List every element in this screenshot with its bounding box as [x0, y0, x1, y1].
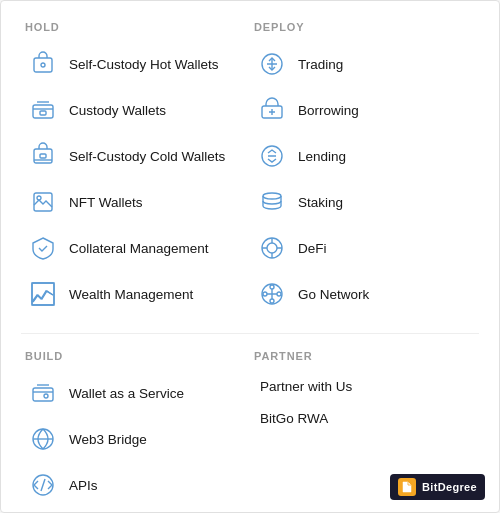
menu-item-staking[interactable]: Staking — [250, 179, 479, 225]
bitdegree-badge[interactable]: BitDegree — [390, 474, 485, 500]
menu-item-wallet-as-service[interactable]: Wallet as a Service — [21, 370, 250, 416]
deploy-label: DEPLOY — [250, 21, 479, 33]
svg-rect-20 — [33, 388, 53, 401]
bitgo-rwa-item[interactable]: BitGo RWA — [254, 402, 479, 434]
svg-rect-5 — [40, 154, 46, 158]
svg-point-14 — [267, 243, 277, 253]
nft-wallets-icon — [27, 186, 59, 218]
svg-rect-3 — [40, 111, 46, 115]
top-columns: HOLD Self-Custody Hot Wallets — [21, 21, 479, 317]
collateral-label: Collateral Management — [69, 241, 209, 256]
partner-items: Partner with Us BitGo RWA — [250, 370, 479, 434]
build-column: BUILD Wallet as a Service — [21, 350, 250, 508]
wealth-management-label: Wealth Management — [69, 287, 193, 302]
borrowing-icon — [256, 94, 288, 126]
custody-wallets-icon — [27, 94, 59, 126]
self-custody-cold-icon — [27, 140, 59, 172]
wallet-as-service-icon — [27, 377, 59, 409]
svg-point-19 — [270, 299, 274, 303]
lending-icon — [256, 140, 288, 172]
svg-point-12 — [263, 193, 281, 199]
svg-point-18 — [270, 285, 274, 289]
staking-icon — [256, 186, 288, 218]
apis-label: APIs — [69, 478, 98, 493]
svg-point-16 — [263, 292, 267, 296]
bitdegree-badge-icon — [398, 478, 416, 496]
svg-point-7 — [37, 196, 41, 200]
defi-icon — [256, 232, 288, 264]
svg-rect-4 — [34, 149, 52, 163]
wealth-management-icon — [27, 278, 59, 310]
staking-label: Staking — [298, 195, 343, 210]
lending-label: Lending — [298, 149, 346, 164]
menu-item-trading[interactable]: Trading — [250, 41, 479, 87]
self-custody-hot-icon — [27, 48, 59, 80]
menu-item-custody-wallets[interactable]: Custody Wallets — [21, 87, 250, 133]
self-custody-hot-label: Self-Custody Hot Wallets — [69, 57, 219, 72]
custody-wallets-label: Custody Wallets — [69, 103, 166, 118]
menu-item-self-custody-cold[interactable]: Self-Custody Cold Wallets — [21, 133, 250, 179]
nft-wallets-label: NFT Wallets — [69, 195, 143, 210]
svg-point-17 — [277, 292, 281, 296]
trading-icon — [256, 48, 288, 80]
menu-item-nft-wallets[interactable]: NFT Wallets — [21, 179, 250, 225]
go-network-icon — [256, 278, 288, 310]
self-custody-cold-label: Self-Custody Cold Wallets — [69, 149, 225, 164]
partner-with-us-item[interactable]: Partner with Us — [254, 370, 479, 402]
go-network-label: Go Network — [298, 287, 369, 302]
hold-column: HOLD Self-Custody Hot Wallets — [21, 21, 250, 317]
trading-label: Trading — [298, 57, 343, 72]
svg-point-1 — [41, 63, 45, 67]
bitgo-rwa-label: BitGo RWA — [260, 411, 328, 426]
bitdegree-badge-text: BitDegree — [422, 481, 477, 493]
menu-item-lending[interactable]: Lending — [250, 133, 479, 179]
menu-container: HOLD Self-Custody Hot Wallets — [0, 0, 500, 513]
collateral-icon — [27, 232, 59, 264]
svg-point-21 — [44, 394, 48, 398]
partner-with-us-label: Partner with Us — [260, 379, 352, 394]
menu-item-web3-bridge[interactable]: Web3 Bridge — [21, 416, 250, 462]
menu-item-collateral[interactable]: Collateral Management — [21, 225, 250, 271]
borrowing-label: Borrowing — [298, 103, 359, 118]
web3-bridge-label: Web3 Bridge — [69, 432, 147, 447]
menu-item-go-network[interactable]: Go Network — [250, 271, 479, 317]
svg-rect-0 — [34, 58, 52, 72]
menu-item-defi[interactable]: DeFi — [250, 225, 479, 271]
menu-item-borrowing[interactable]: Borrowing — [250, 87, 479, 133]
deploy-column: DEPLOY Trading — [250, 21, 479, 317]
hold-label: HOLD — [21, 21, 250, 33]
menu-item-wealth-management[interactable]: Wealth Management — [21, 271, 250, 317]
partner-label: PARTNER — [250, 350, 479, 362]
wallet-as-service-label: Wallet as a Service — [69, 386, 184, 401]
menu-item-apis[interactable]: APIs — [21, 462, 250, 508]
apis-icon — [27, 469, 59, 501]
build-label: BUILD — [21, 350, 250, 362]
menu-item-self-custody-hot[interactable]: Self-Custody Hot Wallets — [21, 41, 250, 87]
defi-label: DeFi — [298, 241, 327, 256]
section-divider — [21, 333, 479, 334]
web3-bridge-icon — [27, 423, 59, 455]
